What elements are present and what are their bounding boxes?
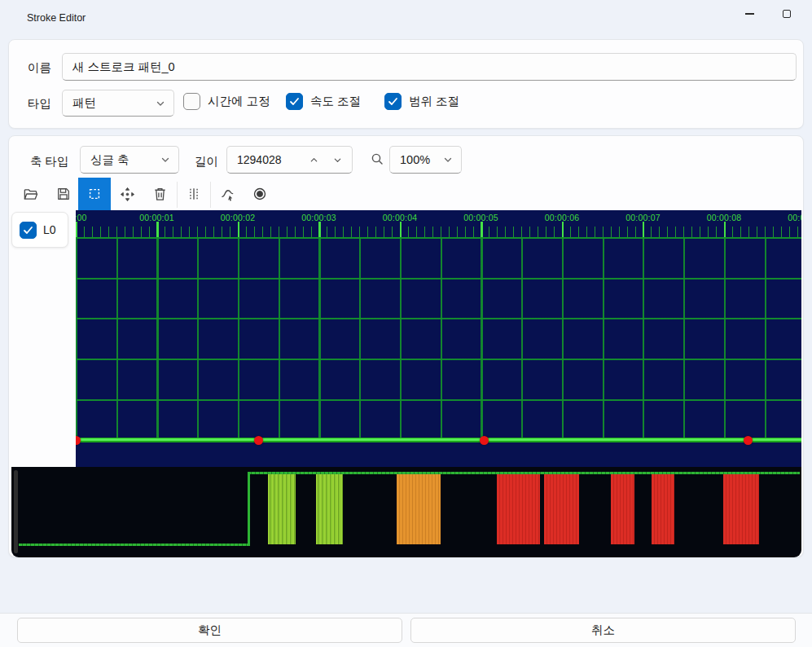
select-rect-icon <box>87 187 102 201</box>
layer-checkbox-icon[interactable] <box>20 222 37 239</box>
axis-type-value: 싱글 축 <box>90 152 129 168</box>
axis-type-label: 축 타입 <box>30 154 69 169</box>
save-button[interactable] <box>47 178 80 210</box>
move-icon <box>120 187 135 202</box>
ruler-major-ticks <box>76 222 801 237</box>
window-title: Stroke Editor <box>27 12 86 24</box>
range-adjust-checkbox[interactable]: 범위 조절 <box>384 93 459 110</box>
chevron-down-icon <box>443 155 453 165</box>
speed-adjust-checkbox[interactable]: 속도 조절 <box>286 93 361 110</box>
checkbox-icon <box>183 93 200 110</box>
overview-band-red <box>652 474 674 544</box>
trash-icon <box>153 187 167 201</box>
form-panel: 이름 타입 패턴 시간에 고정 속도 조절 범위 조절 <box>8 39 804 129</box>
snap-icon <box>187 187 201 201</box>
layer-row-L0[interactable]: L0 <box>11 212 68 248</box>
move-button[interactable] <box>111 178 143 210</box>
timeline-grid <box>76 237 801 439</box>
fix-time-checkbox[interactable]: 시간에 고정 <box>183 93 270 110</box>
waveform-overview[interactable] <box>11 467 801 557</box>
snap-button[interactable] <box>178 178 210 210</box>
zoom-value: 100% <box>400 153 430 166</box>
type-select[interactable]: 패턴 <box>62 90 174 117</box>
save-icon <box>56 187 71 201</box>
type-select-value: 패턴 <box>72 95 96 111</box>
maximize-button[interactable] <box>769 2 805 26</box>
overview-band-yellowgreen <box>316 474 343 544</box>
speed-adjust-label: 속도 조절 <box>310 94 361 109</box>
open-file-icon <box>23 187 38 202</box>
keyframe-dot[interactable] <box>254 436 263 445</box>
checkbox-icon <box>286 93 303 110</box>
overview-band-red <box>544 474 579 544</box>
length-decrement-button[interactable] <box>328 151 346 169</box>
overview-band-red <box>497 474 540 544</box>
checkbox-icon <box>384 93 402 110</box>
keyframe-dot[interactable] <box>480 436 489 445</box>
axis-type-select[interactable]: 싱글 축 <box>80 146 179 174</box>
chevron-down-icon <box>160 155 170 165</box>
overview-band-red <box>723 474 759 544</box>
chevron-up-icon <box>309 156 318 165</box>
overview-band-red <box>611 474 634 544</box>
ok-button[interactable]: 확인 <box>17 618 402 643</box>
open-file-button[interactable] <box>14 178 46 210</box>
layer-label: L0 <box>43 223 56 236</box>
overview-line-segment <box>248 472 250 546</box>
length-label: 길이 <box>195 154 218 169</box>
curve-drag-button[interactable] <box>211 178 244 210</box>
length-value[interactable]: 1294028 <box>237 153 282 166</box>
minimize-icon <box>745 13 754 14</box>
overview-line-segment <box>248 472 800 474</box>
overview-scroll-handle[interactable] <box>14 470 18 553</box>
zoom-search-icon <box>371 152 384 166</box>
chevron-down-icon <box>156 99 165 108</box>
keyframe-dot[interactable] <box>744 436 753 445</box>
zoom-select[interactable]: 100% <box>389 146 462 174</box>
delete-button[interactable] <box>143 178 176 210</box>
name-label: 이름 <box>28 60 51 76</box>
fix-time-label: 시간에 고정 <box>208 94 270 109</box>
stroke-value-line <box>76 438 801 442</box>
overview-band-orange <box>397 474 441 544</box>
maximize-icon <box>783 10 791 18</box>
record-icon <box>252 187 267 201</box>
record-button[interactable] <box>244 178 276 210</box>
minimize-button[interactable] <box>731 2 767 26</box>
select-rect-button[interactable] <box>78 178 111 210</box>
keyframe-dot[interactable] <box>76 436 81 445</box>
type-label: 타입 <box>28 96 51 112</box>
chevron-down-icon <box>333 156 342 165</box>
length-increment-button[interactable] <box>305 151 323 169</box>
overview-band-yellowgreen <box>268 474 296 544</box>
overview-line-segment <box>19 544 248 546</box>
range-adjust-label: 범위 조절 <box>409 94 459 109</box>
timeline-editor-canvas[interactable]: 00:0000:00:0100:00:0200:00:0300:00:0400:… <box>76 210 801 467</box>
curve-drag-icon <box>220 187 235 202</box>
name-input[interactable] <box>62 53 797 81</box>
cancel-button[interactable]: 취소 <box>410 618 796 643</box>
